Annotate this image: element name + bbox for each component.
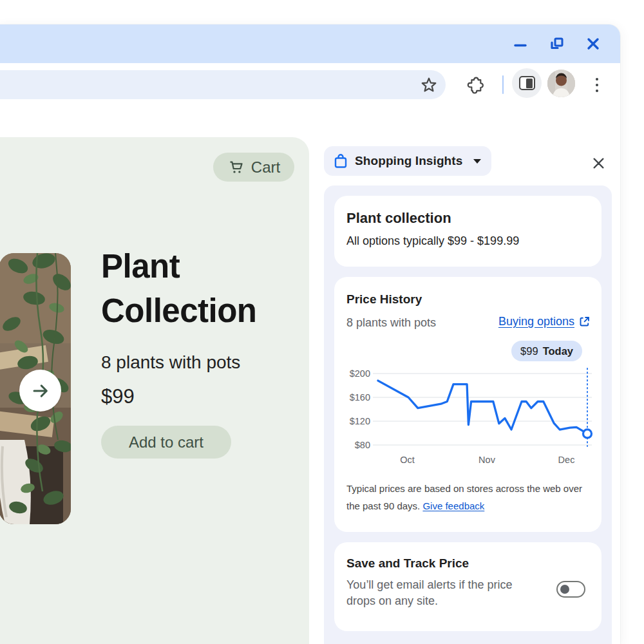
browser-window: Cart — [0, 24, 620, 644]
today-price-value: $99 — [520, 345, 538, 357]
buying-options-link[interactable]: Buying options — [498, 315, 591, 328]
svg-text:Oct: Oct — [400, 455, 415, 465]
product-title: Plant Collection — [101, 244, 257, 333]
today-price-label: Today — [543, 345, 573, 357]
svg-text:$160: $160 — [350, 392, 370, 402]
overview-price-range: All options typically $99 - $199.99 — [346, 234, 519, 248]
kebab-dot — [596, 84, 599, 87]
price-history-chart: $200$160$120$80OctNovDec — [339, 365, 597, 473]
price-history-title: Price History — [346, 292, 422, 307]
track-price-card: Save and Track Price You’ll get email al… — [334, 542, 601, 631]
shopping-insights-panel: Shopping Insights Plant collection All o… — [310, 106, 620, 644]
price-history-subtitle: 8 plants with pots — [346, 316, 436, 330]
browser-menu-button[interactable] — [590, 73, 604, 97]
kebab-dot — [596, 78, 599, 81]
external-link-icon — [578, 316, 591, 328]
restore-button[interactable] — [542, 24, 571, 63]
arrow-right-icon — [31, 381, 50, 401]
today-price-badge: $99 Today — [511, 341, 582, 361]
cart-button[interactable]: Cart — [213, 153, 294, 182]
bookmark-button[interactable] — [417, 73, 440, 97]
panel-body: Plant collection All options typically $… — [324, 185, 612, 644]
address-bar[interactable] — [0, 70, 446, 99]
panel-close-button[interactable] — [589, 153, 608, 173]
track-price-title: Save and Track Price — [346, 556, 469, 571]
product-page: Cart — [0, 137, 309, 644]
shopping-bag-icon — [334, 153, 348, 169]
add-to-cart-button[interactable]: Add to cart — [101, 426, 231, 459]
next-image-button[interactable] — [19, 370, 61, 412]
svg-text:$80: $80 — [355, 440, 370, 450]
give-feedback-link[interactable]: Give feedback — [422, 500, 484, 511]
restore-icon — [550, 37, 564, 51]
product-price: $99 — [101, 385, 135, 408]
cart-icon — [227, 158, 245, 176]
minimize-button[interactable] — [506, 24, 535, 63]
browser-toolbar — [0, 63, 620, 106]
panel-title: Shopping Insights — [355, 154, 462, 168]
track-price-description: You’ll get email alerts if the price dro… — [346, 577, 543, 609]
screenshot-stage: Cart — [0, 0, 644, 644]
profile-avatar[interactable] — [547, 70, 575, 97]
kebab-dot — [596, 90, 599, 93]
product-title-line2: Collection — [101, 289, 257, 333]
toolbar-divider — [502, 75, 504, 94]
panel-title-dropdown[interactable]: Shopping Insights — [324, 146, 491, 176]
avatar-image — [547, 70, 575, 97]
product-subtitle: 8 plants with pots — [101, 352, 240, 373]
overview-title: Plant collection — [346, 210, 451, 227]
side-panel-icon — [519, 76, 535, 90]
svg-text:Dec: Dec — [558, 455, 575, 465]
overview-card: Plant collection All options typically $… — [334, 196, 601, 267]
side-panel-toggle-button[interactable] — [512, 68, 542, 98]
svg-text:$120: $120 — [350, 416, 370, 426]
price-history-card: Price History 8 plants with pots Buying … — [334, 277, 601, 532]
panel-close-icon — [592, 156, 605, 170]
extensions-puzzle-icon — [466, 76, 485, 95]
product-title-line1: Plant — [101, 244, 257, 289]
track-price-toggle[interactable] — [556, 581, 585, 598]
toggle-knob — [560, 585, 569, 594]
page-content: Cart — [0, 106, 620, 644]
extensions-button[interactable] — [464, 73, 487, 97]
svg-text:$200: $200 — [350, 368, 370, 379]
svg-text:Nov: Nov — [478, 455, 496, 465]
star-icon — [420, 76, 438, 94]
cart-button-label: Cart — [251, 158, 280, 176]
close-window-icon — [587, 37, 600, 50]
add-to-cart-label: Add to cart — [129, 433, 204, 451]
minimize-icon — [514, 37, 527, 50]
title-bar — [0, 24, 620, 63]
buying-options-label: Buying options — [498, 315, 574, 328]
close-window-button[interactable] — [579, 24, 607, 63]
chart-disclaimer: Typical prices are based on stores acros… — [346, 480, 592, 515]
chevron-down-icon — [473, 159, 481, 164]
